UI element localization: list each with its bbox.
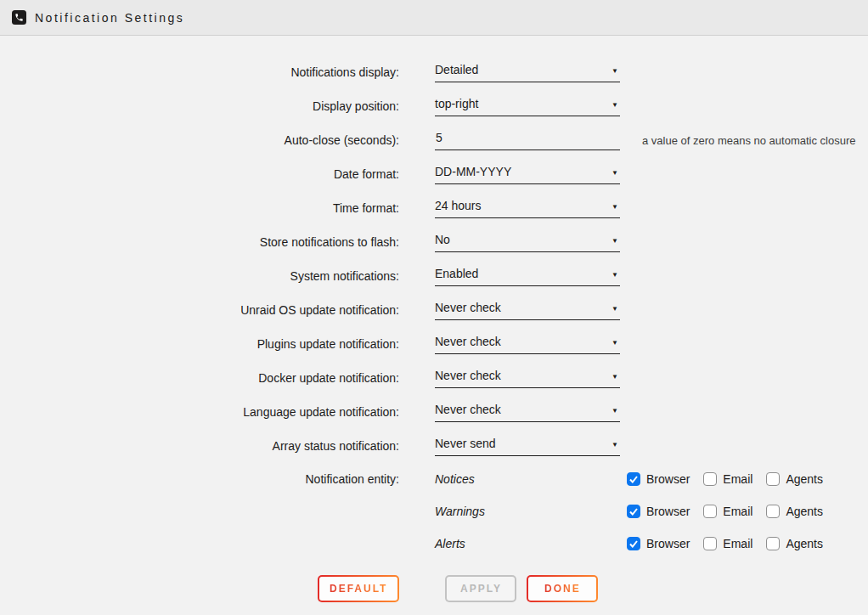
plugins-update-label: Plugins update notification: [0, 337, 399, 351]
date-format-label: Date format: [0, 167, 399, 181]
chevron-down-icon: ▼ [612, 170, 618, 178]
system-notifications-label: System notifications: [0, 269, 399, 283]
checkbox-unchecked-icon[interactable] [766, 472, 780, 486]
language-update-select[interactable]: Never check ▼ [435, 403, 620, 422]
chevron-down-icon: ▼ [612, 306, 618, 314]
form-row: System notifications: Enabled ▼ [0, 259, 868, 293]
select-value: top-right [435, 97, 478, 110]
notices-agents-checkbox[interactable]: Agents [766, 472, 823, 486]
select-value: Detailed [435, 63, 478, 76]
chevron-down-icon: ▼ [612, 238, 618, 246]
notices-email-checkbox[interactable]: Email [703, 472, 752, 486]
chevron-down-icon: ▼ [612, 340, 618, 348]
checkbox-label: Browser [646, 505, 690, 518]
chevron-down-icon: ▼ [612, 272, 618, 280]
checkbox-unchecked-icon[interactable] [703, 537, 717, 550]
checkbox-label: Email [723, 472, 752, 486]
checkbox-unchecked-icon[interactable] [766, 537, 780, 550]
checkbox-checked-icon[interactable] [627, 472, 640, 486]
select-value: Never check [435, 403, 501, 416]
array-status-select[interactable]: Never send ▼ [435, 437, 620, 456]
time-format-select[interactable]: 24 hours ▼ [435, 199, 620, 218]
default-button[interactable]: DEFAULT [318, 575, 399, 602]
checkbox-checked-icon[interactable] [627, 537, 640, 550]
checkbox-label: Agents [786, 472, 823, 486]
os-update-label: Unraid OS update notification: [0, 303, 399, 317]
form-row: Docker update notification: Never check … [0, 361, 868, 395]
entity-row-notices: Notification entity: Notices Browser Ema… [0, 463, 868, 495]
chevron-down-icon: ▼ [612, 102, 618, 110]
time-format-label: Time format: [0, 201, 399, 215]
warnings-agents-checkbox[interactable]: Agents [766, 505, 823, 518]
checkbox-unchecked-icon[interactable] [703, 472, 717, 486]
auto-close-input[interactable] [435, 131, 620, 150]
select-value: DD-MM-YYYY [435, 165, 511, 178]
auto-close-label: Auto-close (seconds): [0, 133, 399, 147]
done-button[interactable]: DONE [527, 575, 598, 602]
notification-settings-form: Notifications display: Detailed ▼ Displa… [0, 36, 868, 602]
date-format-select[interactable]: DD-MM-YYYY ▼ [435, 165, 620, 184]
page-title: Notification Settings [35, 11, 184, 25]
select-value: Never send [435, 437, 496, 450]
form-row: Auto-close (seconds): a value of zero me… [0, 123, 868, 157]
plugins-update-select[interactable]: Never check ▼ [435, 335, 620, 354]
array-status-label: Array status notification: [0, 439, 399, 453]
checkbox-label: Browser [646, 537, 690, 550]
alerts-agents-checkbox[interactable]: Agents [766, 537, 823, 550]
select-value: Never check [435, 301, 501, 314]
select-value: Enabled [435, 267, 478, 280]
display-position-select[interactable]: top-right ▼ [435, 97, 620, 116]
form-row: Date format: DD-MM-YYYY ▼ [0, 157, 868, 191]
button-bar: DEFAULT APPLY DONE [0, 575, 868, 602]
warnings-browser-checkbox[interactable]: Browser [627, 505, 690, 518]
entity-row-warnings: Warnings Browser Email Agents [0, 495, 868, 528]
entity-name-alerts: Alerts [435, 537, 627, 550]
apply-button[interactable]: APPLY [445, 575, 516, 602]
system-notifications-select[interactable]: Enabled ▼ [435, 267, 620, 286]
language-update-label: Language update notification: [0, 405, 399, 419]
notifications-display-label: Notifications display: [0, 65, 399, 79]
chevron-down-icon: ▼ [612, 442, 618, 450]
os-update-select[interactable]: Never check ▼ [435, 301, 620, 320]
checkbox-label: Agents [786, 537, 823, 550]
display-position-label: Display position: [0, 99, 399, 113]
entity-row-alerts: Alerts Browser Email Agents [0, 528, 868, 560]
store-notifications-select[interactable]: No ▼ [435, 233, 620, 252]
auto-close-help-text: a value of zero means no automatic closu… [642, 134, 855, 147]
select-value: Never check [435, 369, 501, 382]
notices-browser-checkbox[interactable]: Browser [627, 472, 690, 486]
chevron-down-icon: ▼ [612, 374, 618, 382]
checkbox-unchecked-icon[interactable] [703, 505, 717, 518]
done-button-label: DONE [544, 583, 581, 595]
form-row: Language update notification: Never chec… [0, 395, 868, 429]
select-value: 24 hours [435, 199, 481, 212]
checkbox-unchecked-icon[interactable] [766, 505, 780, 518]
docker-update-select[interactable]: Never check ▼ [435, 369, 620, 388]
select-value: No [435, 233, 450, 246]
form-row: Display position: top-right ▼ [0, 89, 868, 123]
select-value: Never check [435, 335, 501, 348]
docker-update-label: Docker update notification: [0, 371, 399, 385]
form-row: Array status notification: Never send ▼ [0, 429, 868, 463]
entity-name-notices: Notices [435, 472, 627, 486]
checkbox-label: Email [723, 537, 752, 550]
checkbox-label: Agents [786, 505, 823, 518]
store-notifications-label: Store notifications to flash: [0, 235, 399, 249]
form-row: Time format: 24 hours ▼ [0, 191, 868, 225]
form-row: Notifications display: Detailed ▼ [0, 55, 868, 89]
phone-icon [12, 10, 26, 25]
notifications-display-select[interactable]: Detailed ▼ [435, 63, 620, 82]
alerts-email-checkbox[interactable]: Email [703, 537, 752, 550]
form-row: Store notifications to flash: No ▼ [0, 225, 868, 259]
checkbox-checked-icon[interactable] [627, 505, 640, 518]
checkbox-label: Email [723, 505, 752, 518]
form-row: Plugins update notification: Never check… [0, 327, 868, 361]
alerts-browser-checkbox[interactable]: Browser [627, 537, 690, 550]
checkbox-label: Browser [646, 472, 690, 486]
page-header: Notification Settings [0, 0, 868, 36]
form-row: Unraid OS update notification: Never che… [0, 293, 868, 327]
notification-entity-label: Notification entity: [0, 472, 399, 486]
default-button-label: DEFAULT [330, 583, 387, 595]
warnings-email-checkbox[interactable]: Email [703, 505, 752, 518]
chevron-down-icon: ▼ [612, 408, 618, 416]
